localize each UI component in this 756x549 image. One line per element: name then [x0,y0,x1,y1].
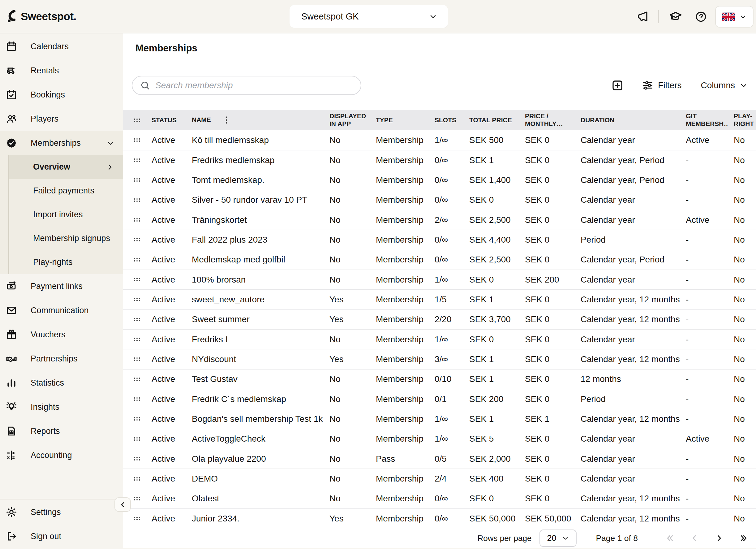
cell-total-price: SEK 1 [463,150,519,170]
sidebar-item-memberships[interactable]: Memberships [0,131,123,155]
cell-drag [123,290,145,310]
drag-handle-icon[interactable] [134,476,145,482]
drag-handle-icon[interactable] [134,496,145,501]
sidebar-collapse-button[interactable] [114,497,131,512]
table-row[interactable]: Active Test Gustav No Membership 0/10 SE… [123,369,756,389]
add-membership-button[interactable] [611,79,624,92]
membership-search[interactable] [132,76,361,95]
table-row[interactable]: Active ActiveToggleCheck No Membership 1… [123,429,756,449]
sidebar-item-rentals[interactable]: Rentals [0,58,123,83]
rows-per-page-select[interactable]: 20 [539,530,577,547]
sidebar-item-communication[interactable]: Communication [0,298,123,323]
next-page-button[interactable] [714,533,724,543]
table-row[interactable]: Active Bogdan's sell membership Test 1kr… [123,409,756,429]
cell-name: Test Gustav [186,369,323,389]
cell-displayed-in-app: No [323,489,370,508]
submenu-item-import-invites[interactable]: Import invites [9,203,123,226]
previous-page-button[interactable] [689,533,700,543]
academy-button[interactable] [668,10,683,24]
drag-handle-icon[interactable] [134,436,145,442]
drag-handle-icon[interactable] [134,456,145,461]
sidebar-item-calendars[interactable]: Calendars [0,34,123,58]
filters-button[interactable]: Filters [642,79,681,91]
drag-handle-icon[interactable] [134,277,145,282]
header-play-right[interactable]: PLAY-RIGHT [728,110,756,130]
table-row[interactable]: Active Träningskortet No Membership 2/∞ … [123,210,756,229]
sidebar-item-players[interactable]: Players [0,107,123,131]
sidebar-item-bookings[interactable]: Bookings [0,83,123,107]
drag-handle-icon[interactable] [134,137,145,143]
header-duration[interactable]: DURATION [574,110,680,130]
drag-handle-icon[interactable] [134,197,145,203]
table-row[interactable]: Active sweet_new_autore Yes Membership 1… [123,290,756,310]
table-row[interactable]: Active Silver - 50 rundor varav 10 PT No… [123,190,756,210]
sidebar-item-settings[interactable]: Settings [0,500,123,524]
drag-handle-icon[interactable] [134,416,145,422]
table-row[interactable]: Active Kö till medlemsskap No Membership… [123,130,756,150]
drag-handle-icon[interactable] [134,317,145,322]
sidebar-item-statistics[interactable]: Statistics [0,371,123,395]
drag-handle-icon[interactable] [134,157,145,163]
first-page-button[interactable] [664,533,675,543]
help-button[interactable] [695,11,707,23]
drag-handle-icon[interactable] [134,516,145,521]
cell-slots: 2/∞ [428,210,463,229]
drag-handle-icon[interactable] [134,177,145,182]
sidebar-item-accounting[interactable]: Accounting [0,443,123,467]
sidebar-item-insights[interactable]: Insights [0,395,123,419]
cell-name: Junior 2334. [186,509,323,529]
cell-displayed-in-app: No [323,269,370,290]
submenu-item-failed-payments[interactable]: Failed payments [9,179,123,203]
announcements-button[interactable] [636,10,649,23]
table-row[interactable]: Active Olatest No Membership 0/∞ SEK 0 S… [123,489,756,508]
header-total-price[interactable]: TOTAL PRICE [463,110,519,130]
cell-total-price: SEK 2,500 [463,210,519,229]
cell-status: Active [145,489,186,508]
table-row[interactable]: Active Fall 2022 plus 2023 No Membership… [123,230,756,250]
cell-price-monthly: SEK 0 [519,350,574,369]
table-row[interactable]: Active NYdiscount Yes Membership 3/∞ SEK… [123,350,756,369]
drag-handle-icon[interactable] [134,357,145,362]
drag-handle-icon[interactable] [134,397,145,402]
drag-handle-icon[interactable] [134,237,145,242]
header-type[interactable]: TYPE [370,110,428,130]
sidebar-item-reports[interactable]: Reports [0,419,123,443]
sidebar-item-sign-out[interactable]: Sign out [0,524,123,548]
table-footer: Rows per page 20 Page 1 of 8 [123,528,756,548]
language-selector[interactable] [715,6,754,28]
submenu-item-membership-signups[interactable]: Membership signups [9,226,123,250]
drag-handle-icon[interactable] [134,217,145,222]
sidebar-item-payment-links[interactable]: Payment links [0,274,123,298]
header-slots[interactable]: SLOTS [428,110,463,130]
column-menu-icon[interactable] [225,116,228,124]
header-price-monthly[interactable]: PRICE / MONTHLY… [519,110,574,130]
drag-handle-icon[interactable] [134,297,145,302]
search-input[interactable] [155,80,353,90]
table-row[interactable]: Active Fredriks medlemskap No Membership… [123,150,756,170]
drag-handle-icon[interactable] [134,337,145,342]
drag-handle-icon[interactable] [134,377,145,382]
club-selector-dropdown[interactable]: Sweetspot GK [290,5,448,28]
drag-handle-icon[interactable] [134,257,145,262]
header-status[interactable]: STATUS [145,110,186,130]
table-row[interactable]: Active Sweet summer Yes Membership 2/20 … [123,310,756,329]
filters-label: Filters [658,80,681,90]
table-row[interactable]: Active 100% brorsan No Membership 1/∞ SE… [123,269,756,290]
header-git-membership[interactable]: GIT MEMBERSH… [680,110,728,130]
submenu-item-play-rights[interactable]: Play-rights [9,250,123,274]
submenu-item-overview[interactable]: Overview [9,155,123,179]
table-row[interactable]: Active Tomt medlemskap. No Membership 0/… [123,170,756,190]
table-row[interactable]: Active Fredrik C´s medlemskap No Members… [123,389,756,409]
sidebar-item-vouchers[interactable]: Vouchers [0,323,123,347]
table-row[interactable]: Active Medlemskap med golfbil No Members… [123,250,756,269]
header-name[interactable]: NAME [186,110,323,130]
columns-button[interactable]: Columns [701,80,748,90]
last-page-button[interactable] [739,533,749,543]
table-row[interactable]: Active DEMO No Membership 2/4 SEK 400 SE… [123,469,756,489]
cell-displayed-in-app: No [323,429,370,449]
table-row[interactable]: Active Ola playvalue 2200 No Pass 0/5 SE… [123,449,756,469]
table-row[interactable]: Active Junior 2334. Yes Membership 0/∞ S… [123,509,756,529]
table-row[interactable]: Active Fredriks L No Membership 1/∞ SEK … [123,329,756,349]
sidebar-item-partnerships[interactable]: Partnerships [0,347,123,371]
header-displayed-in-app[interactable]: DISPLAYED IN APP [323,110,370,130]
